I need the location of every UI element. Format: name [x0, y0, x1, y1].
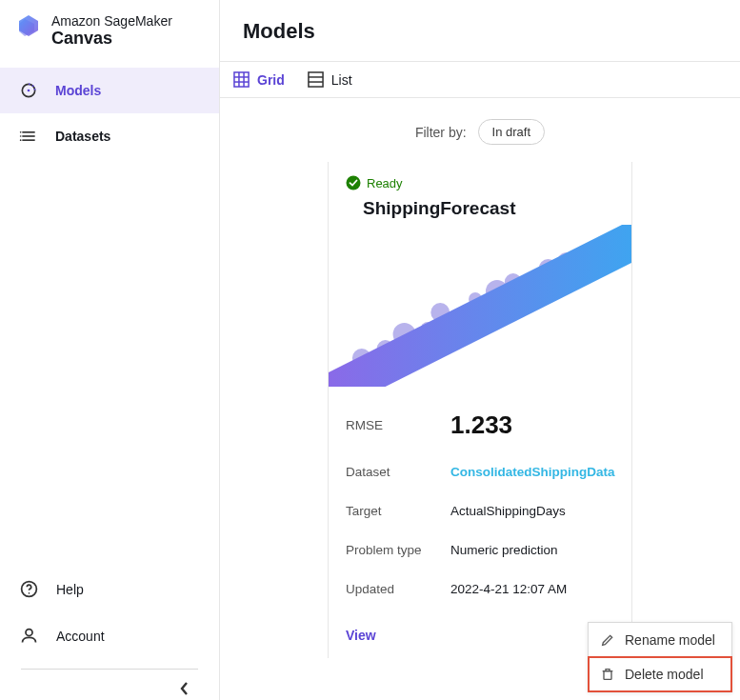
problem-type-value: Numeric prediction: [450, 543, 614, 557]
pencil-icon: [600, 632, 615, 648]
brand-bottom: Canvas: [51, 29, 172, 49]
svg-point-19: [347, 176, 361, 190]
svg-point-5: [20, 131, 22, 133]
svg-rect-16: [309, 72, 323, 87]
dataset-label: Dataset: [346, 465, 450, 479]
sidebar-item-account[interactable]: Account: [0, 612, 219, 659]
sidebar-item-label: Account: [56, 629, 105, 644]
filter-pill[interactable]: In draft: [478, 119, 545, 145]
view-label: List: [331, 72, 352, 88]
menu-rename-model[interactable]: Rename model: [589, 623, 731, 657]
datasets-icon: [19, 127, 38, 146]
model-context-menu: Rename model Delete model: [588, 622, 732, 692]
filter-label: Filter by:: [415, 125, 467, 140]
chevron-left-icon: [179, 681, 190, 696]
sagemaker-logo-icon: [17, 13, 40, 38]
sidebar-item-help[interactable]: Help: [0, 566, 219, 612]
brand-top: Amazon SageMaker: [51, 13, 172, 29]
check-circle-icon: [346, 175, 361, 190]
rmse-value: 1.233: [450, 410, 614, 440]
view-model-link[interactable]: View: [329, 609, 631, 658]
sidebar-item-models[interactable]: Models: [0, 68, 219, 113]
svg-rect-35: [604, 671, 611, 680]
filter-row: Filter by: In draft: [220, 98, 740, 162]
list-icon: [308, 71, 324, 88]
sidebar-item-label: Models: [55, 83, 101, 98]
updated-value: 2022-4-21 12:07 AM: [450, 582, 614, 596]
target-label: Target: [346, 504, 450, 518]
target-value: ActualShippingDays: [450, 504, 614, 518]
view-grid-button[interactable]: Grid: [233, 71, 285, 88]
page-title: Models: [220, 0, 740, 62]
svg-point-9: [29, 592, 30, 594]
svg-point-1: [28, 90, 30, 92]
model-card[interactable]: Ready ShippingForecast: [328, 162, 632, 658]
model-status: Ready: [329, 162, 631, 194]
grid-icon: [233, 71, 250, 88]
account-icon: [19, 626, 39, 646]
svg-point-10: [26, 630, 32, 636]
svg-point-7: [20, 139, 22, 141]
trash-icon: [600, 667, 615, 682]
svg-rect-11: [234, 72, 249, 87]
models-icon: [19, 81, 38, 100]
main-panel: Models Grid List Filter by: In draft Rea…: [219, 0, 740, 700]
collapse-sidebar-button[interactable]: [0, 670, 219, 700]
footer-nav: Help Account: [0, 566, 219, 700]
status-text: Ready: [367, 176, 403, 190]
sidebar-item-datasets[interactable]: Datasets: [0, 113, 219, 159]
view-list-button[interactable]: List: [308, 71, 352, 88]
model-meta: RMSE 1.233 Dataset ConsolidatedShippingD…: [329, 392, 631, 609]
sidebar: Amazon SageMaker Canvas Models Datasets …: [0, 0, 219, 700]
rmse-label: RMSE: [346, 418, 450, 432]
dataset-link[interactable]: ConsolidatedShippingData: [450, 465, 615, 479]
problem-type-label: Problem type: [346, 543, 450, 557]
menu-delete-model[interactable]: Delete model: [589, 657, 731, 691]
view-toggle-bar: Grid List: [220, 62, 740, 98]
menu-label: Rename model: [625, 632, 715, 648]
svg-marker-34: [329, 225, 631, 387]
help-icon: [19, 579, 39, 599]
model-preview-chart: [329, 225, 631, 387]
svg-point-6: [20, 135, 22, 137]
primary-nav: Models Datasets: [0, 68, 219, 159]
view-label: Grid: [257, 72, 285, 88]
updated-label: Updated: [346, 582, 450, 596]
menu-label: Delete model: [625, 667, 704, 682]
model-name: ShippingForecast: [329, 194, 631, 225]
sidebar-item-label: Help: [56, 582, 84, 597]
sidebar-item-label: Datasets: [55, 129, 110, 144]
brand-block: Amazon SageMaker Canvas: [0, 0, 219, 58]
